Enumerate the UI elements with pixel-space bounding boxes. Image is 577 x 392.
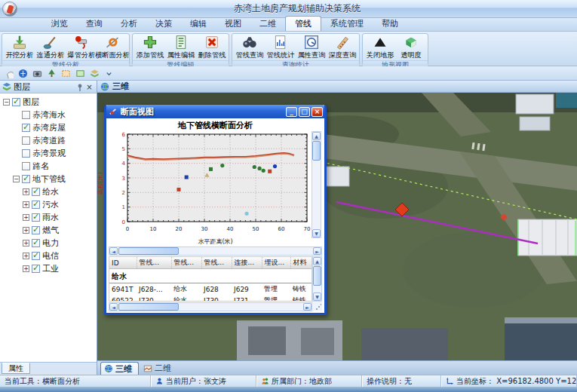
cross-section-analysis-button[interactable]: 横断面分析 [97,34,127,60]
scroll-down-icon[interactable]: ▼ [312,229,321,237]
excavation-analysis-button[interactable]: 开挖分析 [4,34,35,60]
tree-item-2[interactable]: 赤湾房屋 [3,121,97,134]
table-header-cell[interactable]: 管线... [201,257,232,269]
layer-checkbox[interactable] [22,162,30,170]
table-row[interactable]: 69522J730-...给水J730J731管埋铸铁 [109,295,312,302]
layer-checkbox[interactable] [32,213,40,222]
table-row[interactable]: 6941TJ628-...给水J628J629管埋铸铁 [109,283,312,296]
menu-tab-7[interactable]: 管线 [285,16,321,31]
tree-item-7[interactable]: +给水 [3,185,97,198]
view-tab-2d[interactable]: 二维 [140,362,177,375]
tree-item-5[interactable]: 路名 [3,160,97,173]
tree-expander-icon[interactable]: + [23,253,29,259]
layer-checkbox[interactable] [22,124,30,132]
depth-query-button[interactable]: 深度查询 [327,34,358,60]
tree-item-13[interactable]: +工业 [3,262,97,275]
attribute-query-button[interactable]: 属性查询 [296,34,327,60]
scrollbar-thumb[interactable] [118,247,179,255]
menu-tab-3[interactable]: 决策 [146,17,181,31]
table-horizontal-scrollbar[interactable]: ◄ ► [109,302,312,311]
menu-tab-1[interactable]: 查询 [77,17,112,31]
resize-grip[interactable] [312,302,322,311]
menu-tab-6[interactable]: 二维 [250,17,285,31]
layer-checkbox[interactable] [32,265,40,273]
tree-item-6[interactable]: −地下管线 [3,173,97,185]
table-header-cell[interactable]: 连接... [232,257,262,269]
tree-item-3[interactable]: 赤湾道路 [3,134,97,147]
menu-tab-2[interactable]: 分析 [112,17,146,31]
scrollbar-thumb[interactable] [313,266,321,286]
scroll-right-icon[interactable]: ► [313,247,321,255]
scroll-right-icon[interactable]: ► [303,303,312,311]
scrollbar-thumb[interactable] [118,303,179,311]
tree-item-0[interactable]: −图层 [3,96,97,109]
delete-pipeline-button[interactable]: 删除管线 [196,34,227,60]
chart-horizontal-scrollbar[interactable]: ◄ ► [109,247,322,256]
layer-checkbox[interactable] [22,175,30,183]
tree-item-4[interactable]: 赤湾景观 [3,147,97,160]
table-vertical-scrollbar[interactable]: ▲ ▼ [312,256,322,302]
tree-expander-icon[interactable]: + [23,214,29,221]
attribute-edit-button[interactable]: 属性编辑 [165,34,196,60]
more-dropdown-button[interactable] [102,67,115,79]
snapshot-button[interactable] [30,67,44,79]
add-pipeline-button[interactable]: 添加管线 [134,34,165,60]
tree-item-12[interactable]: +电信 [3,250,97,262]
layer-checkbox[interactable] [22,136,30,145]
tree-item-1[interactable]: 赤湾海水 [3,109,97,121]
tree-item-9[interactable]: +雨水 [3,211,97,224]
tree-expander-icon[interactable]: + [23,227,29,234]
tab-properties[interactable]: 属性 [2,363,30,374]
map-3d-view[interactable]: 断面视图 _ □ × 地下管线横断面分析 高程(米) 0102030405060… [97,93,577,360]
tree-expander-icon[interactable]: + [23,240,29,247]
scroll-down-icon[interactable]: ▼ [313,292,321,301]
menu-tab-9[interactable]: 帮助 [373,17,407,31]
tree-expander-icon[interactable]: + [23,265,29,272]
tree-item-10[interactable]: +燃气 [3,224,97,237]
minimize-button[interactable]: _ [286,107,297,117]
scroll-up-icon[interactable]: ▲ [313,257,321,265]
scroll-up-icon[interactable]: ▲ [312,132,321,140]
scroll-left-icon[interactable]: ◄ [109,247,118,255]
layer-checkbox[interactable] [32,239,40,247]
table-header-cell[interactable]: 埋设... [262,257,290,269]
menu-tab-4[interactable]: 编辑 [181,17,216,31]
layer-checkbox[interactable] [22,111,30,119]
tree-expander-icon[interactable]: − [3,99,10,106]
layer-checkbox[interactable] [22,149,30,158]
select-area-button[interactable] [59,67,72,79]
layer-checkbox[interactable] [32,226,40,234]
burst-pipe-analysis-button[interactable]: 爆管分析 [66,34,97,60]
dialog-title-bar[interactable]: 断面视图 _ □ × [106,105,324,118]
tree-expander-icon[interactable]: − [13,176,20,182]
info-globe-button[interactable] [16,67,29,79]
menu-tab-0[interactable]: 浏览 [42,17,77,31]
close-terrain-button[interactable]: 关闭地形 [364,34,395,60]
layer-checkbox[interactable] [32,252,40,260]
layer-checkbox[interactable] [32,188,40,196]
scrollbar-thumb[interactable] [312,141,321,161]
pipeline-stats-button[interactable]: 管线统计 [265,34,296,60]
table-group-row[interactable]: 给水 [109,269,312,283]
tree-item-11[interactable]: +电力 [3,237,97,250]
tree-expander-icon[interactable]: + [23,188,29,195]
layer-checkbox[interactable] [32,201,40,209]
close-panel-icon[interactable]: × [84,82,94,92]
tree-item-8[interactable]: +污水 [3,198,97,211]
connectivity-analysis-button[interactable]: 连通分析 [35,34,66,60]
table-header-cell[interactable]: 管线... [171,257,201,269]
extent-button[interactable] [73,67,87,79]
menu-tab-5[interactable]: 视图 [216,17,250,31]
menu-tab-8[interactable]: 系统管理 [321,17,373,31]
transparency-button[interactable]: 透明度 [395,34,426,60]
basemap-button[interactable] [87,67,101,79]
scroll-left-icon[interactable]: ◄ [109,303,118,311]
chart-vertical-scrollbar[interactable]: ▲ ▼ [312,131,321,238]
pipeline-query-button[interactable]: 管线查询 [234,34,265,60]
layer-checkbox[interactable] [12,98,20,106]
table-header-cell[interactable]: 材料 [290,257,312,269]
table-header-cell[interactable]: 管线... [137,257,171,269]
close-button[interactable]: × [312,107,323,117]
table-header-cell[interactable]: ID [109,257,137,269]
pan-button[interactable] [2,67,15,79]
